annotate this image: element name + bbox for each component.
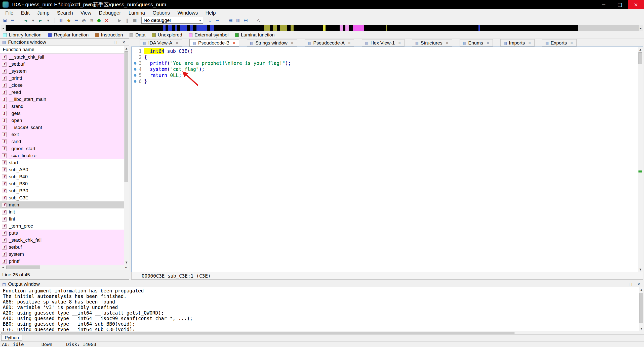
function-row[interactable]: fmain — [0, 201, 124, 208]
breakpoint-dot[interactable]: ● — [133, 78, 138, 84]
function-row[interactable]: f_srand — [0, 103, 124, 110]
jump-address-icon[interactable]: ▥ — [58, 17, 65, 24]
tab-close-icon[interactable]: × — [486, 40, 489, 45]
function-row[interactable]: fsub_AB0 — [0, 166, 124, 173]
float-panel-button[interactable]: □ — [627, 282, 633, 286]
function-row[interactable]: fstart — [0, 159, 124, 166]
tab-ida-view-a[interactable]: ▤IDA View-A× — [140, 39, 182, 47]
tab-close-icon[interactable]: × — [570, 40, 573, 45]
function-row[interactable]: f_printf — [0, 75, 124, 82]
float-panel-button[interactable]: □ — [112, 40, 118, 45]
tab-close-icon[interactable]: × — [175, 40, 179, 45]
scroll-right-icon[interactable]: ► — [124, 265, 129, 270]
tab-pseudocode-a[interactable]: ▤Pseudocode-A× — [305, 39, 354, 47]
step-over-icon[interactable]: → — [214, 17, 221, 24]
function-row[interactable]: f__stack_chk_fail — [0, 54, 124, 61]
pause-process-icon[interactable]: ∥ — [124, 17, 131, 24]
scroll-up-icon[interactable]: ▲ — [638, 47, 643, 52]
function-name-column-header[interactable]: Function name — [0, 46, 124, 54]
function-row[interactable]: f__libc_start_main — [0, 96, 124, 103]
function-row[interactable]: f_cxa_finalize — [0, 152, 124, 159]
function-row[interactable]: f_term_proc — [0, 223, 124, 230]
navband-scroll-left-button[interactable]: ◄ — [1, 25, 6, 31]
tab-close-icon[interactable]: × — [232, 40, 236, 45]
xrefs-icon[interactable]: ▧ — [88, 17, 95, 24]
functions-horizontal-scrollbar[interactable]: ◄ ► — [0, 265, 129, 270]
about-icon[interactable]: ◇ — [255, 17, 262, 24]
function-row[interactable]: fsetbuf — [0, 244, 124, 251]
function-row[interactable]: f_system — [0, 68, 124, 75]
python-cli-input[interactable] — [25, 335, 644, 341]
function-row[interactable]: ffini — [0, 215, 124, 223]
function-row[interactable]: fsystem — [0, 251, 124, 258]
output-vertical-scrollbar[interactable]: ▲ ▼ — [639, 287, 644, 331]
function-row[interactable]: fsub_C3E — [0, 194, 124, 201]
function-row[interactable]: fputs — [0, 230, 124, 237]
close-button[interactable]: × — [628, 0, 644, 9]
function-row[interactable]: f_setbuf — [0, 61, 124, 68]
lumina-icon[interactable]: ● — [96, 17, 102, 24]
forward-icon[interactable]: ► — [37, 17, 44, 24]
function-row[interactable]: f_close — [0, 82, 124, 89]
tab-exports[interactable]: ▤Exports× — [542, 39, 577, 47]
maximize-button[interactable]: □ — [612, 0, 628, 9]
scroll-left-icon[interactable]: ◄ — [0, 265, 5, 270]
output-horizontal-scrollbar[interactable] — [0, 331, 644, 334]
navigation-band[interactable] — [6, 25, 638, 31]
navband-scroll-right-button[interactable]: ► — [638, 25, 643, 31]
menu-item-lumina[interactable]: Lumina — [125, 9, 149, 17]
menu-item-options[interactable]: Options — [149, 9, 174, 17]
debugger-selector[interactable]: No debugger ▾ — [141, 17, 203, 24]
breakpoint-dot[interactable]: ● — [133, 66, 138, 72]
menu-item-file[interactable]: File — [2, 9, 17, 17]
menu-item-debugger[interactable]: Debugger — [95, 9, 125, 17]
function-row[interactable]: f_read — [0, 89, 124, 96]
scroll-down-icon[interactable]: ▼ — [124, 260, 129, 265]
function-row[interactable]: fsub_B40 — [0, 173, 124, 180]
function-row[interactable]: f_gmon_start__ — [0, 145, 124, 152]
tab-structures[interactable]: ▤Structures× — [412, 39, 452, 47]
functions-window-header[interactable]: ▤ Functions window □ × — [0, 39, 129, 46]
scrollbar-thumb[interactable] — [639, 293, 643, 323]
desktops-icon[interactable]: ▥ — [235, 17, 242, 24]
function-row[interactable]: fsub_BB0 — [0, 187, 124, 194]
windows-list-icon[interactable]: ▤ — [242, 17, 249, 24]
tab-close-icon[interactable]: × — [446, 40, 449, 45]
tab-close-icon[interactable]: × — [348, 40, 351, 45]
open-subviews-icon[interactable]: ▦ — [227, 17, 234, 24]
graph-view-icon[interactable]: ◆ — [65, 17, 72, 24]
breakpoint-dot[interactable]: ● — [133, 60, 138, 66]
function-row[interactable]: finit — [0, 208, 124, 215]
tab-pseudocode-b[interactable]: ▤Pseudocode-B× — [189, 39, 239, 47]
stop-process-icon[interactable]: ■ — [131, 17, 138, 24]
breakpoint-dot[interactable]: ● — [133, 72, 138, 78]
function-row[interactable]: fprintf — [0, 258, 124, 265]
output-window-header[interactable]: ▤ Output window □ × — [0, 281, 644, 287]
functions-vertical-scrollbar[interactable]: ▲ ▼ — [124, 46, 129, 265]
menu-item-help[interactable]: Help — [202, 9, 220, 17]
function-row[interactable]: f_open — [0, 117, 124, 124]
function-row[interactable]: f_rand — [0, 138, 124, 145]
snapshot-icon[interactable]: ▤ — [9, 17, 16, 24]
search-icon[interactable]: ◎ — [80, 17, 87, 24]
tab-imports[interactable]: ▤Imports× — [500, 39, 535, 47]
tab-hex-view-1[interactable]: ▤Hex View-1× — [362, 39, 404, 47]
menu-item-view[interactable]: View — [77, 9, 95, 17]
scroll-down-icon[interactable]: ▼ — [638, 267, 643, 272]
tab-strings-window[interactable]: ▤Strings window× — [247, 39, 297, 47]
close-panel-button[interactable]: × — [121, 40, 127, 45]
menu-item-windows[interactable]: Windows — [174, 9, 202, 17]
function-row[interactable]: f_stack_chk_fail — [0, 237, 124, 244]
cancel-icon[interactable]: × — [103, 17, 110, 24]
minimize-button[interactable]: − — [596, 0, 612, 9]
step-into-icon[interactable]: ↓ — [207, 17, 213, 24]
function-row[interactable]: f_exit — [0, 131, 124, 138]
python-cli-button[interactable]: Python — [1, 335, 22, 341]
menu-item-jump[interactable]: Jump — [33, 9, 53, 17]
scrollbar-thumb[interactable] — [125, 51, 128, 182]
scroll-up-icon[interactable]: ▲ — [639, 287, 644, 292]
function-row[interactable]: f__isoc99_scanf — [0, 124, 124, 131]
scrollbar-thumb[interactable] — [6, 266, 40, 269]
menu-item-search[interactable]: Search — [53, 9, 77, 17]
pseudocode-vertical-scrollbar[interactable]: ▲ ▼ — [638, 47, 643, 272]
